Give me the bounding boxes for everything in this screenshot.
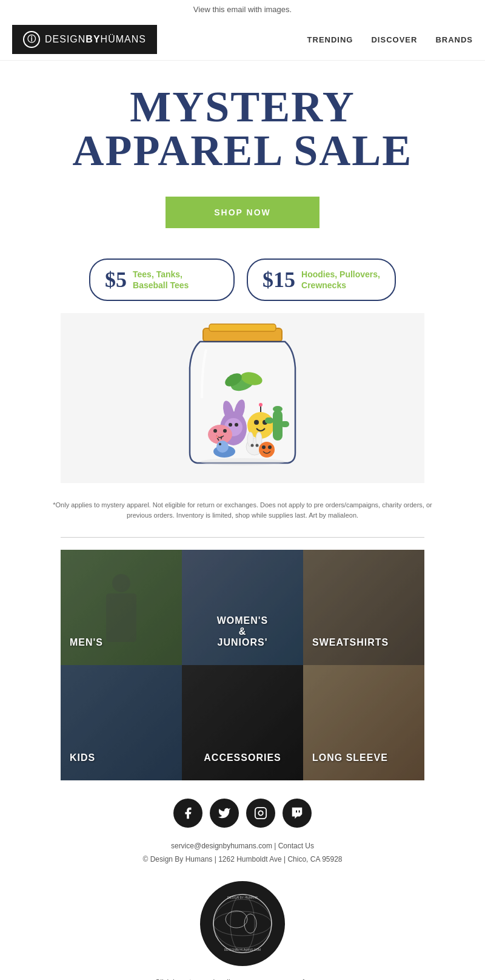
svg-rect-39: [255, 808, 266, 819]
svg-rect-1: [209, 324, 276, 331]
category-label-sweatshirts: SWEATSHIRTS: [312, 632, 389, 653]
globe-logo-area: DESIGN BY HUMANS DESIGNBYHUMANS.COM: [0, 881, 485, 966]
footer-email[interactable]: service@designbyhumans.com: [171, 842, 272, 850]
hero-title-line1: MYSTERY: [12, 85, 473, 129]
svg-point-44: [226, 911, 247, 928]
footer: service@designbyhumans.com | Contact Us …: [0, 837, 485, 875]
svg-point-34: [268, 445, 272, 449]
price-desc-hoodies: Hoodies, Pullovers,Crewnecks: [301, 269, 380, 291]
hero-title-line2: APPAREL SALE: [12, 129, 473, 172]
logo[interactable]: ⓘ DESIGNBYHÜMANS: [12, 25, 157, 54]
header: ⓘ DESIGNBYHÜMANS TRENDING DISCOVER BRAND…: [0, 19, 485, 61]
svg-rect-14: [265, 417, 273, 424]
price-desc-tees: Tees, Tanks,Baseball Tees: [133, 269, 189, 291]
svg-point-9: [254, 420, 259, 425]
svg-point-7: [235, 423, 238, 427]
category-grid: MEN'S WOMEN'S &JUNIORS' SWEATSHIRTS KIDS…: [61, 550, 424, 780]
globe-logo: DESIGN BY HUMANS DESIGNBYHUMANS.COM: [200, 881, 285, 966]
instagram-icon[interactable]: [246, 799, 275, 828]
svg-point-24: [256, 444, 259, 447]
category-sweatshirts[interactable]: SWEATSHIRTS: [303, 550, 424, 665]
price-amount-hoodies: $15: [263, 267, 295, 292]
nav-brands[interactable]: BRANDS: [435, 35, 473, 44]
price-badge-tees: $5 Tees, Tanks,Baseball Tees: [89, 259, 235, 301]
category-kids[interactable]: KIDS: [61, 665, 182, 780]
price-amount-tees: $5: [105, 267, 127, 292]
logo-icon: ⓘ: [23, 31, 40, 48]
footer-contact[interactable]: Contact Us: [278, 842, 314, 850]
hero-title: MYSTERY APPAREL SALE: [12, 85, 473, 172]
svg-point-43: [213, 894, 272, 953]
nav-trending[interactable]: TRENDING: [307, 35, 353, 44]
top-bar: View this email with images.: [0, 0, 485, 19]
svg-point-18: [213, 429, 217, 433]
svg-point-16: [273, 406, 283, 412]
svg-point-19: [223, 429, 227, 433]
section-divider: [61, 537, 424, 538]
svg-point-31: [220, 434, 222, 436]
svg-point-6: [229, 423, 232, 427]
svg-point-12: [259, 403, 263, 407]
category-accessories[interactable]: ACCESSORIES: [182, 665, 303, 780]
category-label-kids: KIDS: [70, 748, 95, 768]
hero-section: MYSTERY APPAREL SALE SHOP NOW: [0, 61, 485, 252]
category-longsleeve[interactable]: LONG SLEEVE: [303, 665, 424, 780]
svg-point-32: [259, 442, 275, 458]
svg-point-47: [213, 899, 272, 948]
jar-illustration: [61, 313, 424, 483]
svg-point-48: [230, 894, 255, 953]
svg-rect-15: [281, 421, 289, 427]
svg-point-23: [251, 444, 254, 447]
svg-point-46: [213, 911, 272, 936]
logo-text: DESIGNBYHÜMANS: [45, 34, 146, 45]
social-row: [0, 799, 485, 828]
category-label-accessories: ACCESSORIES: [204, 748, 281, 768]
nav-discover[interactable]: DISCOVER: [371, 35, 417, 44]
price-badges: $5 Tees, Tanks,Baseball Tees $15 Hoodies…: [12, 259, 473, 301]
svg-text:DESIGN BY HUMANS: DESIGN BY HUMANS: [227, 896, 258, 899]
main-nav: TRENDING DISCOVER BRANDS: [307, 35, 473, 44]
disclaimer: *Only applies to mystery apparel. Not el…: [0, 495, 485, 525]
svg-point-27: [219, 443, 221, 445]
category-label-mens: MEN'S: [70, 632, 103, 653]
category-label-womens: WOMEN'S &JUNIORS': [212, 610, 273, 653]
svg-point-26: [216, 441, 229, 453]
globe-svg: DESIGN BY HUMANS DESIGNBYHUMANS.COM: [209, 890, 276, 957]
svg-point-33: [262, 445, 266, 449]
jar-svg: [167, 319, 318, 477]
disclaimer-text: *Only applies to mystery apparel. Not el…: [53, 501, 432, 519]
svg-point-30: [216, 436, 218, 438]
category-label-longsleeve: LONG SLEEVE: [312, 748, 388, 768]
category-womens[interactable]: WOMEN'S &JUNIORS': [182, 550, 303, 665]
twitter-icon[interactable]: [210, 799, 239, 828]
category-mens[interactable]: MEN'S: [61, 550, 182, 665]
svg-text:DESIGNBYHUMANS.COM: DESIGNBYHUMANS.COM: [224, 948, 261, 951]
footer-copyright: © Design By Humans | 1262 Humboldt Ave |…: [142, 855, 342, 863]
twitch-icon[interactable]: [283, 799, 312, 828]
price-badge-hoodies: $15 Hoodies, Pullovers,Crewnecks: [247, 259, 396, 301]
shop-now-button[interactable]: SHOP NOW: [166, 197, 319, 228]
top-bar-text: View this email with images.: [193, 5, 292, 14]
facebook-icon[interactable]: [173, 799, 202, 828]
svg-point-38: [200, 458, 285, 465]
